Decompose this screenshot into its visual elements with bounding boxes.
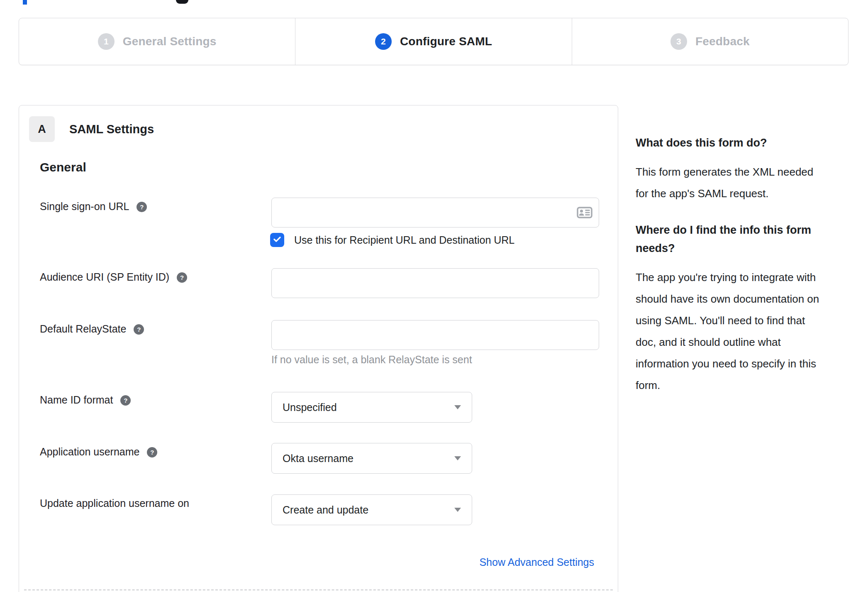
stepper-step-general-settings[interactable]: 1 General Settings: [19, 18, 295, 65]
sso-url-label: Single sign-on URL ?: [40, 201, 147, 213]
sso-url-input[interactable]: [271, 198, 599, 228]
update-username-label: Update application username on: [40, 497, 189, 509]
help-q1-title: What does this form do?: [636, 134, 862, 152]
checkmark-icon: [272, 234, 282, 246]
saml-settings-card: A SAML Settings General Single sign-on U…: [19, 105, 618, 592]
recipient-url-checkbox-row: Use this for Recipient URL and Destinati…: [270, 233, 514, 247]
relaystate-helper-text: If no value is set, a blank RelayState i…: [271, 354, 472, 366]
recipient-url-checkbox-label[interactable]: Use this for Recipient URL and Destinati…: [294, 234, 514, 246]
step-3-number-badge: 3: [671, 33, 687, 50]
general-group-heading: General: [40, 160, 86, 174]
step-1-number-badge: 1: [98, 33, 115, 50]
audience-uri-input[interactable]: [271, 268, 599, 298]
relaystate-label: Default RelayState ?: [40, 323, 144, 335]
cropped-header-artifact-dark: [176, 0, 188, 4]
section-a-badge: A: [29, 116, 55, 142]
application-username-label: Application username ?: [40, 446, 157, 458]
application-username-select[interactable]: Okta username: [271, 443, 472, 474]
sso-url-help-icon[interactable]: ?: [137, 202, 147, 212]
application-username-help-icon[interactable]: ?: [147, 447, 157, 457]
help-q1-body: This form generates the XML needed for t…: [636, 161, 862, 204]
select-caret-icon: [454, 405, 461, 409]
update-username-select[interactable]: Create and update: [271, 494, 472, 525]
help-panel: What does this form do? This form genera…: [636, 134, 862, 413]
audience-uri-help-icon[interactable]: ?: [177, 272, 187, 283]
recipient-url-checkbox[interactable]: [270, 233, 284, 247]
help-q2-title: Where do I find the info this form needs…: [636, 221, 862, 257]
nameid-format-help-icon[interactable]: ?: [120, 395, 131, 406]
nameid-format-label: Name ID format ?: [40, 394, 131, 406]
cropped-header-artifact-blue: [23, 0, 27, 5]
relaystate-help-icon[interactable]: ?: [134, 324, 144, 335]
audience-uri-label: Audience URI (SP Entity ID) ?: [40, 271, 187, 283]
step-2-number-badge: 2: [375, 33, 392, 50]
sso-url-input-wrap: [271, 198, 599, 228]
stepper-step-feedback[interactable]: 3 Feedback: [572, 18, 848, 65]
select-caret-icon: [454, 456, 461, 460]
section-divider-dashed: [24, 590, 613, 590]
relaystate-input[interactable]: [271, 320, 599, 350]
nameid-format-select[interactable]: Unspecified: [271, 392, 472, 423]
update-username-value: Create and update: [283, 504, 368, 516]
help-q2-body: The app you're trying to integrate with …: [636, 267, 862, 396]
show-advanced-settings-link[interactable]: Show Advanced Settings: [479, 556, 594, 568]
step-3-label: Feedback: [695, 35, 750, 48]
step-1-label: General Settings: [123, 35, 217, 48]
step-2-label: Configure SAML: [400, 35, 492, 48]
section-title: SAML Settings: [69, 116, 154, 142]
application-username-value: Okta username: [283, 453, 354, 465]
select-caret-icon: [454, 508, 461, 512]
stepper-step-configure-saml[interactable]: 2 Configure SAML: [295, 18, 571, 65]
nameid-format-value: Unspecified: [283, 401, 337, 413]
wizard-stepper: 1 General Settings 2 Configure SAML 3 Fe…: [19, 18, 848, 65]
